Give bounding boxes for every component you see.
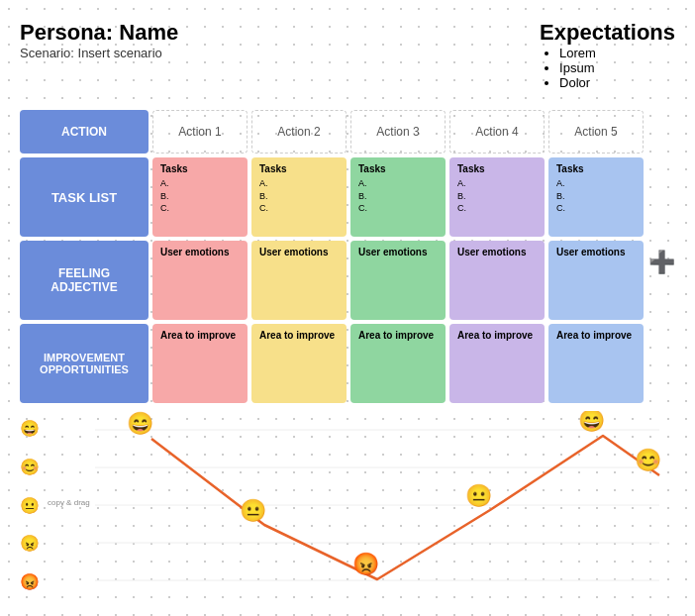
page-title: Persona: Name bbox=[20, 20, 178, 46]
task-row: TASK LIST Tasks A.B.C. Tasks A.B.C. Task… bbox=[20, 157, 644, 237]
improvement-label: IMPROVEMENTOPPORTUNITIES bbox=[20, 324, 149, 403]
task-note-5[interactable]: Tasks A.B.C. bbox=[548, 157, 644, 237]
improvement-note-5[interactable]: Area to improve bbox=[548, 324, 644, 403]
emoji-scale-1: 😄 bbox=[20, 419, 79, 438]
improvement-note-3[interactable]: Area to improve bbox=[350, 324, 446, 403]
feeling-note-3[interactable]: User emotions bbox=[350, 241, 446, 320]
feeling-label: FEELINGADJECTIVE bbox=[20, 241, 149, 320]
action-header-3[interactable]: Action 3 bbox=[350, 110, 446, 154]
emoji-scale-3: 😐 copy & drag bbox=[20, 496, 79, 515]
task-note-3[interactable]: Tasks A.B.C. bbox=[350, 157, 446, 237]
emoji-scale-5: 😡 bbox=[20, 572, 79, 591]
task-note-2[interactable]: Tasks A.B.C. bbox=[251, 157, 347, 237]
chart-emoji-1: 😄 bbox=[127, 411, 154, 437]
emotion-chart-section: 😄 😊 😐 copy & drag 😠 😡 � bbox=[20, 411, 675, 599]
page-header: Persona: Name Scenario: Insert scenario … bbox=[20, 20, 675, 90]
action-row: ACTION Action 1 Action 2 Action 3 Action… bbox=[20, 110, 644, 154]
expectation-item-3: Dolor bbox=[559, 75, 675, 90]
expectation-item-1: Lorem bbox=[559, 46, 675, 60]
action-header-1[interactable]: Action 1 bbox=[152, 110, 248, 154]
chart-emoji-6: 😊 bbox=[635, 447, 662, 473]
chart-area: 😄 😐 😡 😐 😄 😊 bbox=[79, 411, 675, 599]
action-header-5[interactable]: Action 5 bbox=[548, 110, 644, 154]
action-header-4[interactable]: Action 4 bbox=[449, 110, 545, 154]
task-note-1[interactable]: Tasks A.B.C. bbox=[152, 157, 248, 237]
feeling-note-5[interactable]: User emotions bbox=[548, 241, 644, 320]
feeling-row: FEELINGADJECTIVE User emotions User emot… bbox=[20, 241, 644, 320]
emotion-svg: 😄 😐 😡 😐 😄 😊 bbox=[79, 411, 675, 599]
task-note-4[interactable]: Tasks A.B.C. bbox=[449, 157, 545, 237]
header-left: Persona: Name Scenario: Insert scenario bbox=[20, 20, 178, 60]
grid-wrapper: ACTION Action 1 Action 2 Action 3 Action… bbox=[20, 110, 675, 407]
task-label: TASK LIST bbox=[20, 157, 149, 237]
expectations-list: Lorem Ipsum Dolor bbox=[540, 46, 675, 90]
chart-emoji-4: 😐 bbox=[465, 482, 493, 509]
chart-emoji-2: 😐 bbox=[240, 497, 267, 524]
improvement-note-1[interactable]: Area to improve bbox=[152, 324, 248, 403]
emoji-scale-4: 😠 bbox=[20, 534, 79, 553]
feeling-note-1[interactable]: User emotions bbox=[152, 241, 248, 320]
action-header-2[interactable]: Action 2 bbox=[251, 110, 347, 154]
expectation-item-2: Ipsum bbox=[559, 60, 675, 75]
add-column-button[interactable]: ➕ bbox=[647, 245, 675, 272]
improvement-note-2[interactable]: Area to improve bbox=[251, 324, 347, 403]
expectations-title: Expectations bbox=[540, 20, 675, 46]
header-right: Expectations Lorem Ipsum Dolor bbox=[540, 20, 675, 90]
action-label: ACTION bbox=[20, 110, 149, 154]
improvement-note-4[interactable]: Area to improve bbox=[449, 324, 545, 403]
chart-emoji-5: 😄 bbox=[578, 411, 606, 434]
scenario-label: Scenario: Insert scenario bbox=[20, 46, 178, 60]
feeling-note-2[interactable]: User emotions bbox=[251, 241, 347, 320]
improvement-row: IMPROVEMENTOPPORTUNITIES Area to improve… bbox=[20, 324, 644, 403]
emotion-scale: 😄 😊 😐 copy & drag 😠 😡 bbox=[20, 411, 79, 599]
emoji-scale-2: 😊 bbox=[20, 458, 79, 476]
chart-emoji-3: 😡 bbox=[352, 551, 380, 577]
feeling-note-4[interactable]: User emotions bbox=[449, 241, 545, 320]
